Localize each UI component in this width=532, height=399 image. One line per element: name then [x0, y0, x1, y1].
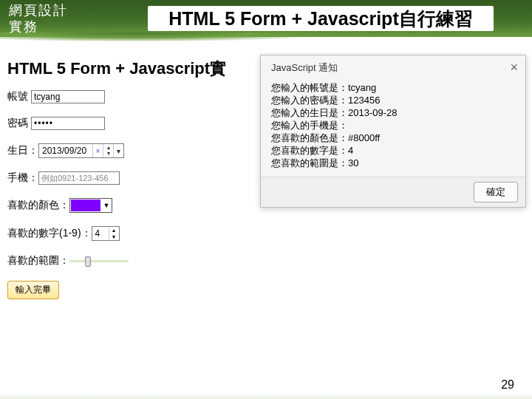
alert-dialog: JavaScript 通知 × 您輸入的帳號是：tcyang 您輸入的密碼是：1… [260, 55, 526, 208]
dialog-body: 您輸入的帳號是：tcyang 您輸入的密碼是：123456 您輸入的生日是：20… [261, 77, 525, 177]
dialog-line: 您輸入的生日是：2013-09-28 [271, 106, 515, 119]
chevron-down-icon: ▼ [101, 202, 112, 209]
ok-button[interactable]: 確定 [474, 182, 518, 202]
row-number: 喜歡的數字(1-9)： 4 ▴▾ [7, 226, 525, 241]
number-value: 4 [92, 228, 109, 239]
account-input[interactable]: tcyang [31, 90, 105, 103]
range-thumb [85, 256, 91, 267]
footer-accent [0, 393, 532, 399]
birthday-input[interactable]: 2013/09/20 × ▴▾ ▾ [38, 143, 124, 158]
dialog-title: JavaScript 通知 [271, 61, 338, 75]
close-icon[interactable]: × [510, 60, 518, 75]
dialog-line: 您輸入的帳號是：tcyang [271, 81, 515, 94]
logo-text: 網頁設計 實務 [9, 2, 68, 35]
phone-label: 手機： [7, 171, 38, 185]
clear-date-icon[interactable]: × [92, 144, 103, 157]
dialog-line: 您輸入的密碼是：123456 [271, 94, 515, 106]
color-input[interactable]: ▼ [69, 198, 112, 213]
row-submit: 輸入完畢 [7, 281, 525, 299]
slide-title: HTML 5 Form + Javascript自行練習 [148, 6, 494, 31]
birthday-value: 2013/09/20 [39, 146, 92, 156]
calendar-icon[interactable]: ▾ [113, 144, 123, 157]
header-arc [0, 33, 532, 46]
dialog-header: JavaScript 通知 × [261, 55, 525, 77]
password-input[interactable]: ••••• [31, 117, 105, 130]
slide: 網頁設計 實務 HTML 5 Form + Javascript自行練習 HTM… [0, 0, 532, 399]
phone-input[interactable]: 例如0921-123-456 [38, 171, 120, 185]
dialog-line: 您喜歡的範圍是：30 [271, 157, 515, 169]
range-label: 喜歡的範圍： [7, 254, 69, 267]
account-label: 帳號 [7, 90, 28, 103]
number-spinner[interactable]: ▴▾ [109, 227, 119, 240]
row-range: 喜歡的範圍： [7, 254, 525, 267]
submit-button[interactable]: 輸入完畢 [7, 281, 59, 299]
birthday-label: 生日： [7, 144, 38, 157]
dialog-footer: 確定 [261, 177, 525, 207]
number-label: 喜歡的數字(1-9)： [7, 227, 92, 240]
range-track [69, 260, 129, 262]
number-input[interactable]: 4 ▴▾ [92, 226, 120, 241]
dialog-line: 您喜歡的顏色是：#8000ff [271, 132, 515, 144]
page-number: 29 [501, 378, 514, 392]
dialog-line: 您喜歡的數字是：4 [271, 144, 515, 157]
password-label: 密碼 [7, 117, 28, 130]
dialog-line: 您輸入的手機是： [271, 119, 515, 132]
color-label: 喜歡的顏色： [7, 199, 69, 212]
date-spinner[interactable]: ▴▾ [103, 144, 113, 157]
range-input[interactable] [69, 254, 129, 267]
logo-line1: 網頁設計 [9, 3, 68, 18]
logo-line2: 實務 [9, 19, 38, 34]
color-swatch [71, 200, 100, 211]
